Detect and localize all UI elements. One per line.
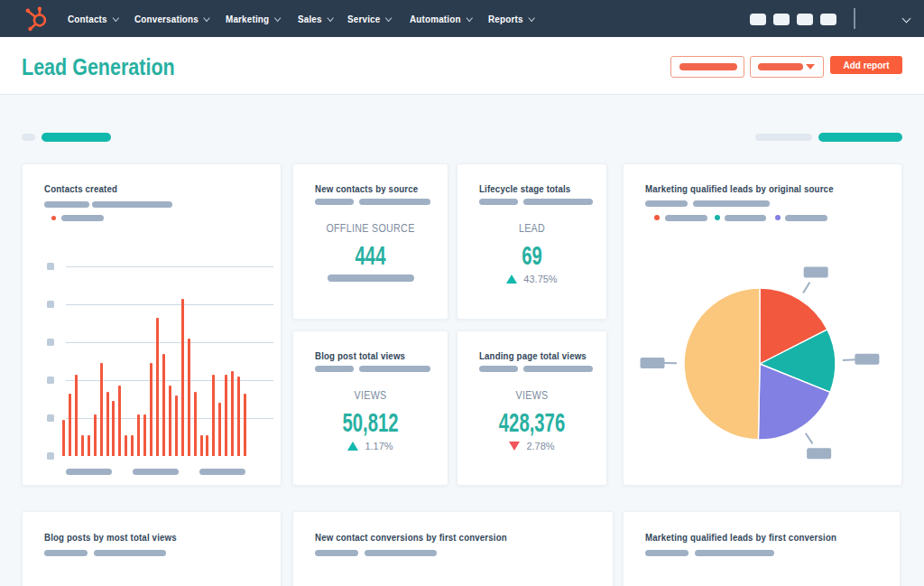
toolbar-tab-placeholder[interactable] <box>42 133 111 142</box>
nav-item-label: Service <box>347 14 380 24</box>
nav-item-label: Contacts <box>68 14 107 24</box>
bar <box>118 386 121 456</box>
bar <box>206 435 208 456</box>
gridline <box>66 342 273 343</box>
pie-callout-placeholder <box>855 354 879 365</box>
subtitle-placeholder <box>523 366 593 372</box>
y-tick-placeholder <box>47 263 54 270</box>
subtitle-placeholder <box>359 366 430 372</box>
pie-callout-placeholder <box>804 267 828 278</box>
delta-down-icon <box>509 442 520 451</box>
nav-tool-icon[interactable] <box>750 14 766 25</box>
metric-value: 444 <box>317 241 425 271</box>
metric-value: 428,376 <box>480 408 585 438</box>
y-tick-placeholder <box>47 301 54 308</box>
pie-slice-slice-4 <box>684 288 760 440</box>
chevron-down-icon <box>466 14 472 21</box>
card-title: Landing page total views <box>479 350 587 361</box>
nav-divider <box>854 8 855 29</box>
bar <box>94 414 97 456</box>
subtitle-placeholder <box>359 199 430 205</box>
metric-value: 69 <box>480 241 585 271</box>
metric-label: VIEWS <box>307 388 433 402</box>
y-tick-placeholder <box>47 377 54 384</box>
bar <box>162 354 165 456</box>
bar <box>125 435 127 456</box>
card-lifecycle-stage-totals: Lifecycle stage totals LEAD 69 43.75% <box>457 163 607 320</box>
chevron-down-icon <box>385 14 392 21</box>
subtitle-placeholder <box>315 199 354 205</box>
subtitle-placeholder <box>645 550 688 556</box>
nav-tool-icon[interactable] <box>820 14 836 25</box>
bar-chart-plot <box>60 266 252 456</box>
bar <box>212 375 215 456</box>
dropdown-caret-icon <box>806 64 815 70</box>
bar <box>244 394 246 456</box>
nav-tool-icon[interactable] <box>797 14 813 25</box>
bar <box>200 435 203 456</box>
card-contacts-created: Contacts created <box>22 163 282 486</box>
delta-up-icon <box>506 274 517 284</box>
bar <box>169 386 171 456</box>
bar <box>231 371 234 457</box>
bar <box>143 414 146 456</box>
card-mql-by-first-conversion: Marketing qualified leads by first conve… <box>623 511 901 586</box>
nav-item-label: Marketing <box>226 14 269 24</box>
add-report-button[interactable]: Add report <box>830 56 902 74</box>
bar <box>194 392 197 456</box>
bar <box>88 435 90 456</box>
nav-item-automation[interactable]: Automation <box>410 0 472 37</box>
toolbar-action-placeholder[interactable] <box>818 133 902 142</box>
delta-up-icon <box>347 442 358 451</box>
bar <box>225 375 227 456</box>
card-title: New contacts by source <box>315 183 418 194</box>
dashboard-filter-button[interactable] <box>670 56 744 78</box>
subtitle-placeholder <box>315 550 358 556</box>
subtitle-placeholder <box>365 550 437 556</box>
bar-legend-dot <box>51 216 56 220</box>
chevron-down-icon <box>204 14 210 21</box>
metric-value: 50,812 <box>317 408 425 438</box>
filter-placeholder <box>679 63 737 70</box>
subtitle-placeholder <box>479 199 518 205</box>
page-header: Lead Generation Add report <box>0 37 924 95</box>
bar <box>137 414 140 456</box>
y-tick-placeholder <box>47 414 54 422</box>
nav-item-service[interactable]: Service <box>347 0 391 37</box>
bar <box>150 363 152 456</box>
card-title: Contacts created <box>44 183 117 194</box>
pie-callout-placeholder <box>641 358 665 368</box>
nav-item-contacts[interactable]: Contacts <box>68 0 118 37</box>
card-blog-post-total-views: Blog post total views VIEWS 50,812 1.17% <box>292 330 448 486</box>
bar <box>69 394 71 456</box>
bar <box>237 377 240 456</box>
metric-delta: 1.17% <box>293 441 448 451</box>
nav-item-reports[interactable]: Reports <box>488 0 534 37</box>
dashboard-dropdown-button[interactable] <box>750 56 824 78</box>
delta-value: 43.75% <box>523 274 557 284</box>
chevron-down-icon <box>113 14 119 21</box>
card-new-contacts-by-source: New contacts by source OFFLINE SOURCE 44… <box>292 163 448 320</box>
pie-callout-line <box>806 433 813 444</box>
nav-item-sales[interactable]: Sales <box>298 0 333 37</box>
bar <box>106 392 109 456</box>
filter-placeholder <box>758 63 803 70</box>
subtitle-placeholder <box>92 201 172 208</box>
x-tick-placeholder <box>199 469 245 475</box>
bar <box>181 299 184 456</box>
nav-item-label: Sales <box>298 14 322 24</box>
bar <box>62 420 65 456</box>
nav-item-marketing[interactable]: Marketing <box>226 0 280 37</box>
card-title: New contact conversions by first convers… <box>315 532 507 543</box>
pie-chart-svg <box>624 164 903 487</box>
chevron-down-icon <box>528 14 534 21</box>
nav-tool-icon[interactable] <box>773 14 790 25</box>
subtitle-placeholder <box>695 550 774 556</box>
metric-label: OFFLINE SOURCE <box>307 221 433 235</box>
legend-label-placeholder <box>61 215 104 221</box>
nav-item-label: Conversations <box>134 14 199 24</box>
nav-item-label: Reports <box>488 14 523 24</box>
nav-item-conversations[interactable]: Conversations <box>134 0 209 37</box>
bar <box>131 435 134 456</box>
delta-value: 2.78% <box>526 441 554 451</box>
